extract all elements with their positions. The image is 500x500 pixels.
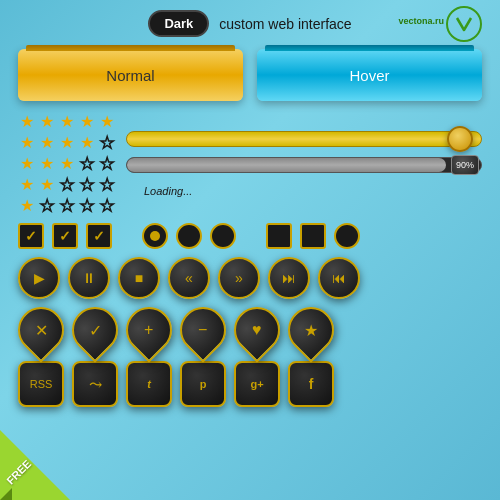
pause-button[interactable]: ⏸ bbox=[68, 257, 110, 299]
heart-action-button[interactable]: ♥ bbox=[224, 297, 289, 362]
radio-3[interactable] bbox=[210, 223, 236, 249]
star-2[interactable]: ★ bbox=[38, 155, 56, 173]
next-icon: » bbox=[235, 270, 243, 286]
pause-icon: ⏸ bbox=[82, 270, 96, 286]
hover-button[interactable]: Hover bbox=[257, 49, 482, 101]
star-1[interactable]: ★ bbox=[18, 134, 36, 152]
sliders-column: 90% Loading... bbox=[126, 113, 482, 215]
share-icon: ⤳ bbox=[89, 375, 102, 394]
star-5[interactable]: ★ bbox=[98, 155, 116, 173]
rewind-button[interactable]: ⏮ bbox=[318, 257, 360, 299]
facebook-icon: f bbox=[309, 376, 314, 392]
star-row-4: ★ ★ ★ ★ ★ bbox=[18, 134, 116, 152]
star-1[interactable]: ★ bbox=[18, 176, 36, 194]
minus-icon: − bbox=[198, 321, 207, 339]
loading-row: Loading... bbox=[126, 183, 482, 201]
share-button[interactable]: ⤳ bbox=[72, 361, 118, 407]
radio-1[interactable] bbox=[142, 223, 168, 249]
fast-forward-button[interactable]: ⏭ bbox=[268, 257, 310, 299]
star-2[interactable]: ★ bbox=[38, 197, 56, 215]
star-4[interactable]: ★ bbox=[78, 134, 96, 152]
stars-sliders-row: ★ ★ ★ ★ ★ ★ ★ ★ ★ ★ ★ ★ ★ ★ ★ ★ ★ ★ ★ ★ bbox=[0, 109, 500, 221]
rewind-icon: ⏮ bbox=[332, 270, 346, 286]
star-row-3: ★ ★ ★ ★ ★ bbox=[18, 155, 116, 173]
minus-action-button[interactable]: − bbox=[170, 297, 235, 362]
facebook-button[interactable]: f bbox=[288, 361, 334, 407]
check-icon: ✓ bbox=[89, 321, 102, 340]
fold-shadow bbox=[0, 488, 12, 500]
checkbox-dark-1[interactable] bbox=[266, 223, 292, 249]
buttons-row: Normal Hover bbox=[0, 43, 500, 109]
star-2[interactable]: ★ bbox=[38, 113, 56, 131]
check-action-button[interactable]: ✓ bbox=[62, 297, 127, 362]
star-icon: ★ bbox=[304, 321, 318, 340]
radio-2[interactable] bbox=[176, 223, 202, 249]
star-5[interactable]: ★ bbox=[98, 197, 116, 215]
checkbox-3[interactable] bbox=[86, 223, 112, 249]
star-5[interactable]: ★ bbox=[98, 134, 116, 152]
googleplus-icon: g+ bbox=[250, 378, 263, 390]
star-1[interactable]: ★ bbox=[18, 155, 36, 173]
gold-slider[interactable] bbox=[126, 131, 482, 147]
controls-row bbox=[0, 221, 500, 253]
dark-slider-thumb[interactable]: 90% bbox=[451, 155, 479, 175]
star-row-2: ★ ★ ★ ★ ★ bbox=[18, 176, 116, 194]
star-2[interactable]: ★ bbox=[38, 176, 56, 194]
normal-button[interactable]: Normal bbox=[18, 49, 243, 101]
twitter-button[interactable]: t bbox=[126, 361, 172, 407]
star-5[interactable]: ★ bbox=[98, 176, 116, 194]
stop-icon: ■ bbox=[135, 270, 143, 286]
star-3[interactable]: ★ bbox=[58, 113, 76, 131]
star-1[interactable]: ★ bbox=[18, 113, 36, 131]
star-2[interactable]: ★ bbox=[38, 134, 56, 152]
v-logo-icon bbox=[454, 14, 474, 34]
next-button[interactable]: » bbox=[218, 257, 260, 299]
fast-forward-icon: ⏭ bbox=[282, 270, 296, 286]
dark-badge: Dark bbox=[148, 10, 209, 37]
rss-button[interactable]: RSS bbox=[18, 361, 64, 407]
star-row-1: ★ ★ ★ ★ ★ bbox=[18, 197, 116, 215]
media-row: ▶ ⏸ ■ « » ⏭ ⏮ bbox=[0, 253, 500, 303]
star-4[interactable]: ★ bbox=[78, 176, 96, 194]
close-action-button[interactable]: ✕ bbox=[8, 297, 73, 362]
twitter-icon: t bbox=[147, 378, 151, 390]
rss-icon: RSS bbox=[30, 378, 53, 390]
plus-icon: + bbox=[144, 321, 153, 339]
header: Dark custom web interface vectona.ru bbox=[0, 0, 500, 43]
loading-text: Loading... bbox=[144, 185, 192, 197]
gold-slider-thumb[interactable] bbox=[447, 126, 473, 152]
star-4[interactable]: ★ bbox=[78, 113, 96, 131]
dark-slider-fill bbox=[127, 158, 446, 172]
play-icon: ▶ bbox=[34, 270, 45, 286]
plus-action-button[interactable]: + bbox=[116, 297, 181, 362]
pinterest-button[interactable]: p bbox=[180, 361, 226, 407]
star-5[interactable]: ★ bbox=[98, 113, 116, 131]
heart-icon: ♥ bbox=[252, 321, 262, 339]
star-3[interactable]: ★ bbox=[58, 176, 76, 194]
v-logo bbox=[446, 6, 482, 42]
dark-slider[interactable]: 90% bbox=[126, 157, 482, 173]
play-button[interactable]: ▶ bbox=[18, 257, 60, 299]
googleplus-button[interactable]: g+ bbox=[234, 361, 280, 407]
stars-column: ★ ★ ★ ★ ★ ★ ★ ★ ★ ★ ★ ★ ★ ★ ★ ★ ★ ★ ★ ★ bbox=[18, 113, 116, 215]
checkbox-1[interactable] bbox=[18, 223, 44, 249]
star-action-button[interactable]: ★ bbox=[278, 297, 343, 362]
prev-icon: « bbox=[185, 270, 193, 286]
prev-button[interactable]: « bbox=[168, 257, 210, 299]
checkbox-dark-2[interactable] bbox=[300, 223, 326, 249]
star-4[interactable]: ★ bbox=[78, 197, 96, 215]
star-1[interactable]: ★ bbox=[18, 197, 36, 215]
star-row-5: ★ ★ ★ ★ ★ bbox=[18, 113, 116, 131]
checkbox-2[interactable] bbox=[52, 223, 78, 249]
close-icon: ✕ bbox=[35, 321, 48, 340]
stop-button[interactable]: ■ bbox=[118, 257, 160, 299]
star-3[interactable]: ★ bbox=[58, 134, 76, 152]
pinterest-icon: p bbox=[200, 378, 207, 390]
star-3[interactable]: ★ bbox=[58, 197, 76, 215]
star-4[interactable]: ★ bbox=[78, 155, 96, 173]
star-3[interactable]: ★ bbox=[58, 155, 76, 173]
social-row: RSS ⤳ t p g+ f bbox=[0, 357, 500, 411]
site-url: vectona.ru bbox=[398, 16, 444, 26]
checkbox-dark-3[interactable] bbox=[334, 223, 360, 249]
header-title: custom web interface bbox=[219, 16, 351, 32]
